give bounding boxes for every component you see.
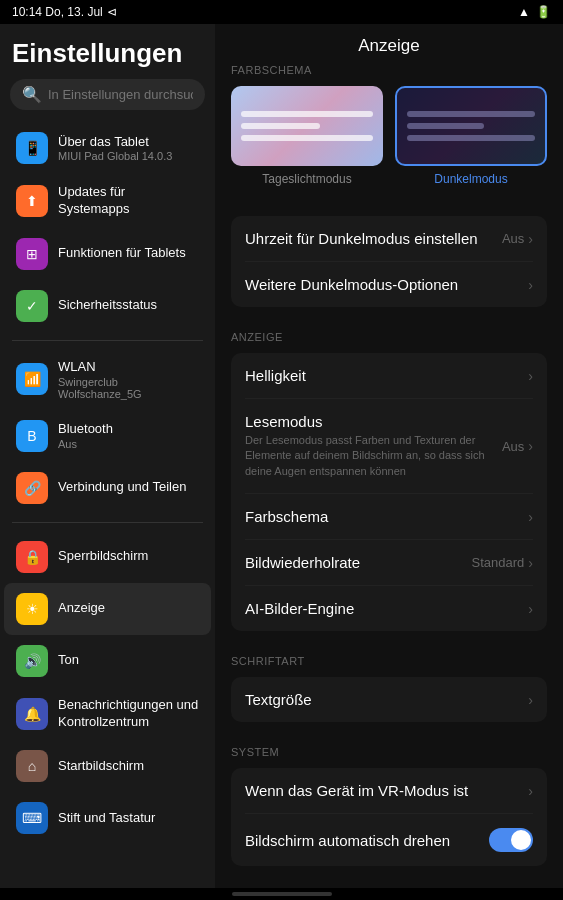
status-bar: 10:14 Do, 13. Jul ⊲ ▲ 🔋 (0, 0, 563, 24)
pen-icon: ⌨ (16, 802, 48, 834)
setting-row-left-farbschema: Farbschema (245, 508, 528, 525)
setting-row-left-lesemodus: Lesemodus Der Lesemodus passt Farben und… (245, 413, 502, 479)
setting-title-helligkeit: Helligkeit (245, 367, 528, 384)
sidebar-item-homescreen[interactable]: ⌂ Startbildschirm (4, 740, 211, 792)
toggle-auto-drehen[interactable] (489, 828, 533, 852)
preview-lines-dark (407, 111, 535, 141)
right-sections: FARBSCHEMA Tageslichtmodus (215, 64, 563, 888)
sound-icon: 🔊 (16, 645, 48, 677)
wlan-text: WLAN Swingerclub Wolfschanze_5G (58, 359, 199, 400)
setting-row-dunkel-options[interactable]: Weitere Dunkelmodus-Optionen › (245, 262, 533, 307)
security-text: Sicherheitsstatus (58, 297, 157, 314)
setting-row-vr-modus[interactable]: Wenn das Gerät im VR-Modus ist › (245, 768, 533, 814)
scheme-dark[interactable]: Dunkelmodus (395, 86, 547, 186)
bottom-bar (232, 892, 332, 896)
preview-line2 (407, 135, 535, 141)
status-left: 10:14 Do, 13. Jul ⊲ (12, 5, 117, 19)
wifi-icon: ▲ (518, 5, 530, 19)
sound-text: Ton (58, 652, 79, 669)
section-farbschema-top: FARBSCHEMA Tageslichtmodus (215, 64, 563, 216)
chevron-dunkel-time: › (528, 231, 533, 247)
chevron-textgroesse: › (528, 692, 533, 708)
sound-label: Ton (58, 652, 79, 669)
sidebar-item-wlan[interactable]: 📶 WLAN Swingerclub Wolfschanze_5G (4, 349, 211, 410)
setting-row-farbschema[interactable]: Farbschema › (245, 494, 533, 540)
bluetooth-icon: B (16, 420, 48, 452)
setting-row-right-dunkel-time: Aus › (502, 231, 533, 247)
preview-line-short (407, 123, 484, 129)
sidebar-item-functions[interactable]: ⊞ Funktionen für Tablets (4, 228, 211, 280)
setting-row-right-lesemodus: Aus › (502, 438, 533, 454)
functions-icon: ⊞ (16, 238, 48, 270)
sidebar-divider (12, 522, 203, 523)
status-time: 10:14 Do, 13. Jul (12, 5, 103, 19)
sidebar-item-updates[interactable]: ⬆ Updates für Systemapps (4, 174, 211, 228)
setting-row-right-bildwiederholrate: Standard › (472, 555, 533, 571)
setting-row-right-farbschema: › (528, 509, 533, 525)
setting-row-left-textgroesse: Textgröße (245, 691, 528, 708)
setting-row-left-vr-modus: Wenn das Gerät im VR-Modus ist (245, 782, 528, 799)
setting-row-lesemodus[interactable]: Lesemodus Der Lesemodus passt Farben und… (245, 399, 533, 494)
homescreen-icon: ⌂ (16, 750, 48, 782)
setting-row-left-dunkel-options: Weitere Dunkelmodus-Optionen (245, 276, 528, 293)
setting-row-left-dunkel-time: Uhrzeit für Dunkelmodus einstellen (245, 230, 502, 247)
sidebar-item-sound[interactable]: 🔊 Ton (4, 635, 211, 687)
sidebar-item-connection[interactable]: 🔗 Verbindung und Teilen (4, 462, 211, 514)
search-icon: 🔍 (22, 85, 42, 104)
notifications-icon: 🔔 (16, 698, 48, 730)
preview-line (407, 111, 535, 117)
section-label-farbschema-top: FARBSCHEMA (231, 64, 547, 76)
notifications-text: Benachrichtigungen und Kontrollzentrum (58, 697, 199, 731)
setting-title-dunkel-time: Uhrzeit für Dunkelmodus einstellen (245, 230, 502, 247)
setting-title-ai-bilder: AI-Bilder-Engine (245, 600, 528, 617)
scheme-light[interactable]: Tageslichtmodus (231, 86, 383, 186)
functions-text: Funktionen für Tablets (58, 245, 186, 262)
chevron-dunkel-options: › (528, 277, 533, 293)
right-header: Anzeige (215, 24, 563, 64)
sidebar-item-display[interactable]: ☀ Anzeige (4, 583, 211, 635)
scheme-preview-dark (395, 86, 547, 166)
preview-lines-light (241, 111, 373, 141)
connection-text: Verbindung und Teilen (58, 479, 186, 496)
bluetooth-sub: Aus (58, 438, 113, 450)
sidebar-item-security[interactable]: ✓ Sicherheitsstatus (4, 280, 211, 332)
setting-row-bildwiederholrate[interactable]: Bildwiederholrate Standard › (245, 540, 533, 586)
setting-row-textgroesse[interactable]: Textgröße › (245, 677, 533, 722)
sidebar-item-bluetooth[interactable]: B Bluetooth Aus (4, 410, 211, 462)
sidebar-item-lockscreen[interactable]: 🔒 Sperrbildschirm (4, 531, 211, 583)
setting-row-ai-bilder[interactable]: AI-Bilder-Engine › (245, 586, 533, 631)
homescreen-label: Startbildschirm (58, 758, 144, 775)
security-label: Sicherheitsstatus (58, 297, 157, 314)
wlan-sub: Swingerclub Wolfschanze_5G (58, 376, 199, 400)
right-panel: Anzeige FARBSCHEMA Tageslichtmodus (215, 24, 563, 888)
chevron-vr-modus: › (528, 783, 533, 799)
section-rows-dunkel-settings: Uhrzeit für Dunkelmodus einstellen Aus ›… (231, 216, 547, 307)
sidebar-divider (12, 340, 203, 341)
setting-row-right-ai-bilder: › (528, 601, 533, 617)
connection-icon: 🔗 (16, 472, 48, 504)
sidebar-item-notifications[interactable]: 🔔 Benachrichtigungen und Kontrollzentrum (4, 687, 211, 741)
chevron-bildwiederholrate: › (528, 555, 533, 571)
setting-value-lesemodus: Aus (502, 439, 524, 454)
setting-desc-lesemodus: Der Lesemodus passt Farben und Texturen … (245, 433, 495, 479)
setting-row-dunkel-time[interactable]: Uhrzeit für Dunkelmodus einstellen Aus › (245, 216, 533, 262)
updates-text: Updates für Systemapps (58, 184, 199, 218)
about-label: Über das Tablet (58, 134, 172, 151)
setting-row-auto-drehen[interactable]: Bildschirm automatisch drehen (245, 814, 533, 866)
section-rows-system: Wenn das Gerät im VR-Modus ist › Bildsch… (231, 768, 547, 866)
setting-row-right-dunkel-options: › (528, 277, 533, 293)
bluetooth-label: Bluetooth (58, 421, 113, 438)
setting-row-helligkeit[interactable]: Helligkeit › (245, 353, 533, 399)
section-dunkel-settings: Uhrzeit für Dunkelmodus einstellen Aus ›… (215, 216, 563, 331)
sidebar-search[interactable]: 🔍 (10, 79, 205, 110)
sidebar-item-pen[interactable]: ⌨ Stift und Tastatur (4, 792, 211, 844)
sidebar-items: 📱 Über das Tablet MIUI Pad Global 14.0.3… (0, 122, 215, 844)
chevron-lesemodus: › (528, 438, 533, 454)
setting-row-left-helligkeit: Helligkeit (245, 367, 528, 384)
search-input[interactable] (48, 87, 193, 102)
setting-row-right-helligkeit: › (528, 368, 533, 384)
about-icon: 📱 (16, 132, 48, 164)
sidebar-item-about[interactable]: 📱 Über das Tablet MIUI Pad Global 14.0.3 (4, 122, 211, 174)
section-rows-schriftart: Textgröße › (231, 677, 547, 722)
setting-row-right-vr-modus: › (528, 783, 533, 799)
